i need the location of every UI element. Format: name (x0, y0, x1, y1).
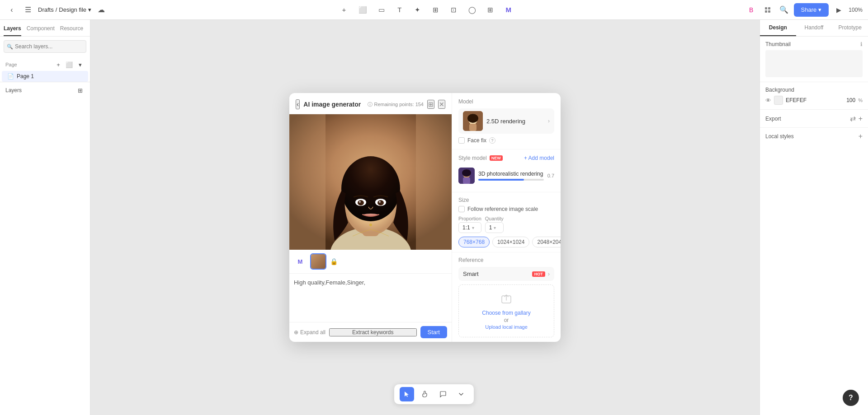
crop-tool[interactable]: ⊞ (484, 4, 497, 16)
cursor-tool[interactable] (400, 387, 414, 401)
upload-local-button[interactable]: Upload local image (466, 324, 547, 330)
smart-chevron-icon: › (548, 270, 550, 277)
proportion-select[interactable]: 1:1 ▾ (458, 222, 481, 233)
percent-sign: % (858, 98, 863, 103)
background-label: Background (765, 87, 794, 93)
ai-tool-icon[interactable]: M (294, 255, 307, 268)
topbar-left: ‹ ☰ Drafts / Design file ▾ ☁ (5, 4, 108, 16)
upload-icon (466, 292, 547, 307)
expand-all-button[interactable]: ⊕ Expand all (294, 329, 326, 336)
new-badge: NEW (490, 155, 503, 161)
add-button[interactable]: + (338, 4, 350, 16)
more-tools-button[interactable] (454, 387, 468, 401)
frame-tool[interactable]: ⬜ (356, 4, 370, 16)
svg-rect-5 (289, 114, 326, 250)
modal-pin-button[interactable]: ⊞ (427, 100, 434, 109)
layers-options-button[interactable]: ⊞ (75, 86, 85, 95)
reference-section: Reference Smart HOT › Choose from gallar… (452, 252, 561, 342)
modal-close-button[interactable]: ✕ (438, 100, 445, 109)
breadcrumb-file[interactable]: Design file (59, 6, 86, 13)
quantity-select[interactable]: 1 ▾ (485, 222, 504, 233)
quantity-arrow: ▾ (494, 225, 496, 230)
add-model-button[interactable]: + Add model (524, 155, 554, 161)
background-section: Background 👁 EFEFEF 100 % (760, 82, 868, 110)
right-panel-tabs: Design Handoff Prototype (760, 20, 868, 37)
export-switch-button[interactable]: ⇄ (850, 114, 856, 123)
svg-rect-21 (469, 124, 476, 131)
search-wrap: 🔍 (4, 40, 86, 53)
choose-gallery-button[interactable]: Choose from gallary (466, 310, 547, 316)
or-text: or (466, 317, 547, 323)
local-styles-label: Local styles (765, 133, 794, 140)
mask-tool[interactable]: ⊡ (448, 4, 460, 16)
tab-design[interactable]: Design (760, 20, 796, 36)
search-layers-input[interactable] (4, 40, 86, 53)
pen-tool[interactable]: ✦ (411, 4, 424, 16)
svg-point-13 (358, 200, 364, 205)
page-section-actions: + ⬜ ▾ (54, 60, 85, 69)
prompt-text[interactable]: High quality,Female,Singer, (294, 278, 447, 305)
topbar-right: B 🔍 Share ▾ ▶ 100% (745, 3, 863, 17)
share-button[interactable]: Share ▾ (794, 3, 829, 17)
breadcrumb: Drafts / Design file ▾ (38, 6, 91, 13)
back-button[interactable]: ‹ (5, 4, 18, 16)
face-fix-checkbox[interactable] (458, 137, 465, 144)
page-1-label: Page 1 (17, 73, 34, 79)
start-button[interactable]: Start (420, 326, 447, 338)
bg-opacity-value: 100 (846, 97, 855, 103)
thumbnail-section: Thumbnail ℹ (760, 37, 868, 82)
style-slider[interactable] (478, 179, 544, 181)
proportion-group: Proportion 1:1 ▾ (458, 216, 481, 233)
component-tool[interactable]: ⊞ (429, 4, 442, 16)
tab-handoff[interactable]: Handoff (796, 20, 832, 36)
bg-color-swatch[interactable] (774, 96, 783, 105)
tab-component[interactable]: Component (27, 23, 55, 36)
bresla-button[interactable]: B (745, 4, 758, 16)
svg-point-24 (462, 169, 471, 177)
add-page-button[interactable]: + (54, 60, 63, 69)
page-frame-button[interactable]: ⬜ (65, 60, 74, 69)
breadcrumb-arrow[interactable]: ▾ (88, 6, 91, 13)
model-row[interactable]: 2.5D rendering › (458, 108, 554, 134)
tab-resource[interactable]: Resource (60, 23, 83, 36)
res-2048-button[interactable]: 2048×2048 (532, 237, 561, 247)
follow-ref-checkbox[interactable] (458, 206, 465, 212)
local-styles-add-button[interactable]: + (859, 132, 863, 140)
lock-icon: 🔒 (330, 258, 338, 265)
help-button[interactable]: ? (843, 390, 859, 406)
bottom-toolbar (394, 384, 474, 404)
extract-keywords-button[interactable]: Extract keywords (329, 328, 416, 336)
menu-button[interactable]: ☰ (22, 4, 34, 16)
text-tool[interactable]: T (393, 4, 406, 16)
res-1024-button[interactable]: 1024×1024 (492, 237, 529, 247)
hot-badge: HOT (532, 271, 545, 277)
reference-label: Reference (458, 257, 554, 263)
breadcrumb-drafts[interactable]: Drafts (38, 6, 54, 13)
cloud-sync-button[interactable]: ☁ (95, 4, 108, 16)
modal-back-button[interactable]: ‹ (296, 99, 300, 109)
page-arrow-button[interactable]: ▾ (75, 60, 85, 69)
expand-icon: ⊕ (294, 329, 298, 336)
tab-layers[interactable]: Layers (4, 23, 21, 36)
comment-tool[interactable] (436, 387, 450, 401)
hand-tool[interactable] (418, 387, 432, 401)
play-button[interactable]: ▶ (832, 4, 845, 16)
prompt-area[interactable]: High quality,Female,Singer, (289, 274, 452, 322)
image-thumbnail[interactable] (310, 253, 326, 270)
search-topbar-button[interactable]: 🔍 (778, 4, 790, 16)
ai-modal: ‹ AI image generator ⓘ Remaining points:… (289, 93, 561, 342)
resolution-row: 768×768 1024×1024 2048×2048 (458, 237, 554, 247)
upload-area: Choose from gallary or Upload local imag… (458, 284, 554, 337)
visibility-toggle[interactable]: 👁 (765, 97, 771, 104)
rect-tool[interactable]: ▭ (375, 4, 388, 16)
export-add-button[interactable]: + (859, 115, 863, 123)
page-item-1[interactable]: 📄 Page 1 (2, 71, 88, 82)
community-button[interactable] (761, 4, 774, 16)
smart-row[interactable]: Smart HOT › (458, 267, 554, 281)
shape-tool[interactable]: ◯ (466, 4, 479, 16)
res-768-button[interactable]: 768×768 (458, 237, 490, 247)
plugin-tool[interactable]: M (502, 4, 515, 16)
svg-rect-0 (765, 7, 767, 9)
tab-prototype[interactable]: Prototype (832, 20, 868, 36)
model-section: Model 2.5D rendering › Face fix ? (452, 93, 561, 149)
